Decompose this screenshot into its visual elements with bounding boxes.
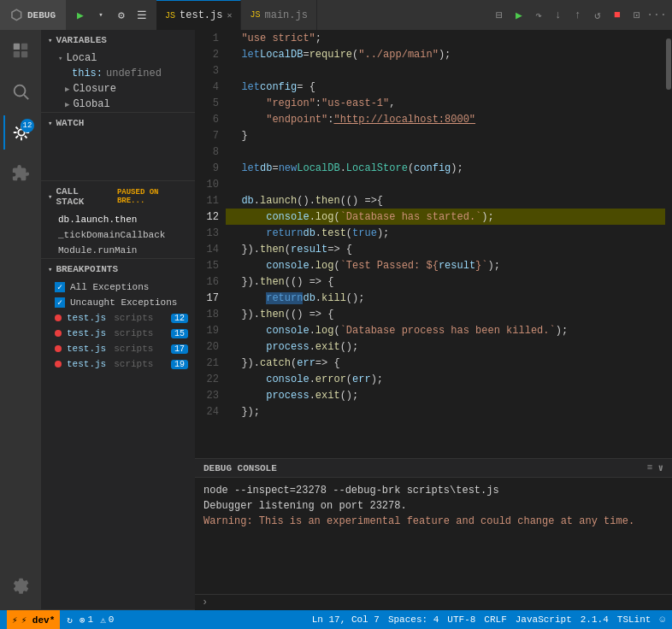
bp-path-2: scripts — [114, 344, 153, 354]
callstack-item-2[interactable]: Module.runMain — [41, 243, 195, 258]
console-input[interactable] — [213, 597, 665, 608]
bp-line-1: 15 — [171, 329, 188, 338]
bp-uncaught-checkbox[interactable]: ✓ — [55, 297, 65, 308]
ln-4: 4 — [195, 79, 226, 95]
explorer-icon[interactable] — [3, 33, 38, 68]
restart-icon[interactable]: ↺ — [589, 7, 606, 24]
search-icon[interactable] — [3, 74, 38, 109]
extensions-icon[interactable] — [3, 156, 38, 191]
play-button[interactable]: ▶ — [71, 6, 90, 25]
bp-all-checkbox[interactable]: ✓ — [55, 282, 65, 292]
run-icon[interactable]: ▶ — [510, 7, 528, 24]
eol-item[interactable]: CRLF — [484, 614, 506, 625]
tab-bar: JS test.js ✕ JS main.js — [156, 0, 484, 30]
debug-badge: 12 — [21, 119, 34, 132]
console-filter-icon[interactable]: ≡ — [647, 462, 653, 473]
breakpoints-header[interactable]: ▾ BREAKPOINTS — [41, 259, 195, 279]
bp-line-3: 19 — [171, 360, 188, 369]
console-collapse-icon[interactable]: ∨ — [657, 462, 663, 473]
linter-item[interactable]: TSLint — [617, 614, 651, 625]
language-item[interactable]: JavaScript — [516, 614, 572, 625]
settings-icon[interactable] — [3, 569, 38, 603]
ln-3: 3 — [195, 62, 226, 79]
step-over-icon[interactable]: ↷ — [530, 7, 547, 24]
settings-button[interactable]: ⚙ — [112, 6, 131, 25]
scrollbar-thumb[interactable] — [666, 38, 671, 90]
callstack-section: ▾ CALL STACK PAUSED ON BRE... db.launch.… — [41, 181, 195, 259]
spaces-item[interactable]: Spaces: 4 — [388, 614, 439, 625]
code-lines[interactable]: "use strict"; let LocalDB = require("../… — [226, 30, 672, 458]
editor-main[interactable]: 1 2 3 4 5 6 7 8 9 10 11 12 13 14 15 16 1 — [195, 30, 672, 458]
scrollbar[interactable] — [665, 30, 672, 458]
ln-21: 21 — [195, 355, 226, 371]
bp-item-2[interactable]: test.js scripts 17 — [41, 341, 195, 356]
tab-testjs[interactable]: JS test.js ✕ — [156, 0, 241, 30]
bp-item-1[interactable]: test.js scripts 15 — [41, 326, 195, 341]
closure-item[interactable]: ▶ Closure — [41, 81, 195, 97]
stop-icon[interactable]: ■ — [609, 7, 626, 24]
bp-file-0: test.js — [67, 313, 106, 323]
code-line-9: let db = new LocalDB.LocalStore(config); — [226, 160, 672, 176]
code-line-17: return db.kill(); — [226, 290, 672, 306]
bp-all-exceptions[interactable]: ✓ All Exceptions — [41, 279, 195, 295]
menu-button[interactable]: ☰ — [133, 6, 151, 25]
debug-dropdown[interactable]: ▾ — [91, 6, 110, 25]
bp-item-3[interactable]: test.js scripts 19 — [41, 356, 195, 372]
step-out-icon[interactable]: ↑ — [569, 7, 587, 24]
ln-17: 17 — [195, 290, 226, 306]
watch-header[interactable]: ▾ WATCH — [41, 113, 195, 133]
svg-rect-3 — [21, 51, 27, 57]
error-icon: ⊗ — [80, 614, 85, 626]
code-line-7: } — [226, 127, 672, 144]
svg-point-4 — [15, 85, 26, 97]
bp-uncaught-label: Uncaught Exceptions — [70, 297, 177, 308]
debug-icon[interactable]: 12 — [3, 115, 38, 150]
bp-file-2: test.js — [67, 344, 106, 354]
code-line-8 — [226, 144, 672, 160]
global-item[interactable]: ▶ Global — [41, 97, 195, 112]
console-input-row: › — [195, 594, 672, 610]
bp-uncaught-exceptions[interactable]: ✓ Uncaught Exceptions — [41, 295, 195, 310]
line-col-item[interactable]: Ln 17, Col 7 — [312, 614, 380, 625]
code-line-15: console.log(`Test Passed: ${result}`); — [226, 257, 672, 273]
ln-6: 6 — [195, 111, 226, 127]
smiley-item[interactable]: ☺ — [659, 614, 665, 625]
callstack-header[interactable]: ▾ CALL STACK PAUSED ON BRE... — [41, 181, 195, 212]
more-icon[interactable]: ··· — [648, 7, 665, 24]
variables-header[interactable]: ▾ VARIABLES — [41, 30, 195, 50]
this-key: this: — [72, 68, 103, 79]
code-line-14: }).then(result => { — [226, 241, 672, 257]
debug-status[interactable]: ⚡ ⚡ dev* — [7, 610, 60, 629]
local-item[interactable]: ▾ Local — [41, 50, 195, 66]
warnings-item[interactable]: ⚠ 0 — [100, 614, 114, 626]
split-editor-icon[interactable]: ⊟ — [491, 7, 508, 24]
close-tab-testjs[interactable]: ✕ — [227, 10, 232, 21]
console-line-3: Warning: This is an experimental feature… — [203, 514, 663, 529]
encoding-item[interactable]: UTF-8 — [447, 614, 475, 625]
sync-item[interactable]: ↻ — [67, 614, 73, 626]
watch-section: ▾ WATCH — [41, 113, 195, 181]
step-into-icon[interactable]: ↓ — [550, 7, 567, 24]
errors-item[interactable]: ⊗ 1 — [80, 614, 93, 626]
tab-mainjs-label: main.js — [265, 9, 308, 21]
version-item[interactable]: 2.1.4 — [581, 614, 609, 625]
code-line-2: let LocalDB = require("../app/main"); — [226, 46, 672, 62]
callstack-item-1[interactable]: _tickDomainCallback — [41, 227, 195, 243]
variables-chevron: ▾ — [48, 36, 52, 45]
bp-item-0[interactable]: test.js scripts 12 — [41, 310, 195, 326]
activity-bar: 12 — [0, 30, 41, 610]
callstack-item-0[interactable]: db.launch.then — [41, 212, 195, 227]
code-line-21: }).catch(err => { — [226, 355, 672, 371]
this-item[interactable]: this: undefined — [41, 66, 195, 81]
tab-mainjs[interactable]: JS main.js — [241, 0, 316, 30]
warning-count: 0 — [109, 614, 115, 625]
bp-path-3: scripts — [114, 359, 153, 369]
code-line-10 — [226, 176, 672, 192]
sync-icon: ↻ — [67, 614, 73, 626]
linter-label: TSLint — [617, 614, 651, 625]
bp-file-3: test.js — [67, 359, 106, 369]
maximize-icon[interactable]: ⊡ — [628, 7, 645, 24]
ln-23: 23 — [195, 387, 226, 403]
svg-rect-1 — [21, 44, 27, 50]
code-line-16: }).then(() => { — [226, 273, 672, 290]
